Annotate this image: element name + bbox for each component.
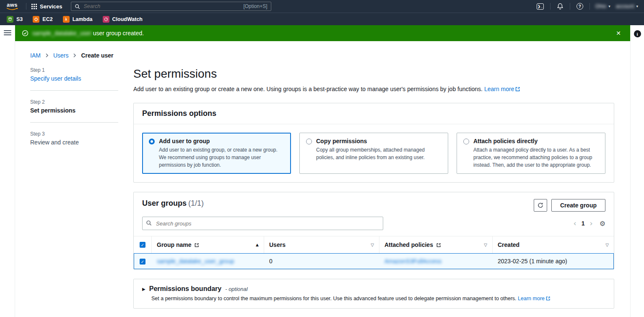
- sort-toggle-icon[interactable]: ▽: [484, 243, 487, 247]
- favorite-s3[interactable]: S3: [7, 16, 23, 23]
- favorites-bar: S3 EC2 λ Lambda CloudWatch: [0, 13, 644, 25]
- column-label: Created: [498, 241, 519, 248]
- table-row[interactable]: ✓ sample_datalake_user_group 0 AmazonS3F…: [134, 253, 614, 269]
- option-card-attach-policies-directly[interactable]: Attach policies directly Attach a manage…: [457, 133, 605, 174]
- s3-icon: [7, 16, 13, 23]
- column-header-attached-policies[interactable]: Attached policies ▽: [379, 236, 492, 253]
- app-frame: sample_datalake_user user group created.…: [0, 25, 644, 317]
- column-header-users[interactable]: Users ▽: [264, 236, 379, 253]
- page-content: IAM Users Create user Step 1 Specify use…: [15, 41, 630, 317]
- permissions-options-title: Permissions options: [142, 109, 216, 118]
- option-description: Copy all group memberships, attached man…: [316, 146, 441, 161]
- success-check-icon: [22, 30, 29, 37]
- nav-divider: [570, 3, 570, 10]
- breadcrumb-iam[interactable]: IAM: [30, 52, 41, 59]
- wizard-steps: Step 1 Specify user details Step 2 Set p…: [30, 67, 118, 317]
- notifications-button[interactable]: [556, 2, 564, 10]
- nav-divider: [26, 3, 26, 10]
- learn-more-link[interactable]: Learn more: [518, 296, 545, 301]
- radio-selected-icon[interactable]: [149, 139, 155, 144]
- optional-label: - optional: [225, 286, 247, 292]
- learn-more-link[interactable]: Learn more: [484, 86, 514, 92]
- services-grid-icon: [31, 4, 37, 9]
- attached-policies-link-redacted[interactable]: AmazonS3FullAccess: [384, 258, 441, 265]
- external-link-icon: [546, 296, 551, 301]
- cloudshell-button[interactable]: ❯_: [536, 2, 545, 10]
- services-menu-button[interactable]: Services: [31, 3, 62, 10]
- option-card-add-user-to-group[interactable]: Add user to group Add user to an existin…: [142, 133, 291, 174]
- external-link-icon: [436, 243, 441, 247]
- cell-group-name: sample_datalake_user_group: [152, 254, 264, 268]
- search-groups-box: [142, 217, 383, 230]
- refresh-button[interactable]: [534, 199, 547, 212]
- flashbar-close-button[interactable]: ✕: [613, 29, 623, 37]
- main-region: sample_datalake_user user group created.…: [15, 25, 630, 317]
- aws-logo[interactable]: aws: [6, 2, 21, 10]
- table-settings-button[interactable]: ⚙: [600, 220, 605, 228]
- step-number: Step 3: [30, 131, 118, 137]
- favorite-cloudwatch[interactable]: CloudWatch: [103, 16, 143, 23]
- global-search-input[interactable]: [83, 3, 241, 10]
- permissions-boundary-toggle[interactable]: ▶ Permissions boundary - optional: [142, 285, 605, 293]
- column-label: Users: [269, 241, 286, 248]
- select-all-checkbox[interactable]: ✓: [140, 242, 145, 248]
- group-name-link-redacted[interactable]: sample_datalake_user_group: [157, 258, 234, 265]
- favorite-label: Lambda: [73, 16, 93, 22]
- region-name-redacted: Ohio: [595, 3, 606, 9]
- breadcrumb-current: Create user: [81, 52, 113, 59]
- search-groups-input[interactable]: [142, 217, 383, 230]
- refresh-icon: [537, 202, 544, 209]
- bell-icon: [557, 3, 564, 10]
- chevron-down-icon: ▾: [608, 4, 610, 8]
- flashbar-message: sample_datalake_user user group created.: [32, 30, 144, 37]
- top-navigation-bar: aws Services [Option+S] ❯_: [0, 0, 644, 13]
- option-title: Add user to group: [159, 138, 284, 144]
- favorite-lambda[interactable]: λ Lambda: [63, 16, 93, 23]
- user-groups-title-text: User groups: [142, 199, 187, 207]
- step-review-and-create: Review and create: [30, 139, 118, 146]
- step-number: Step 2: [30, 99, 118, 105]
- column-header-group-name[interactable]: Group name ▲: [151, 236, 264, 253]
- column-header-created[interactable]: Created ▽: [492, 236, 614, 253]
- favorite-label: S3: [16, 16, 23, 22]
- radio-unselected-icon[interactable]: [463, 139, 469, 144]
- row-checkbox[interactable]: ✓: [140, 259, 145, 265]
- page-description-text: Add user to an existing group or create …: [133, 86, 483, 92]
- sort-toggle-icon[interactable]: ▽: [605, 243, 609, 247]
- open-side-navigation-button[interactable]: [4, 30, 11, 35]
- table-header-row: ✓ Group name ▲ Users ▽: [134, 236, 614, 253]
- step-link-specify-user-details[interactable]: Specify user details: [30, 75, 118, 82]
- page-number[interactable]: 1: [582, 220, 585, 227]
- page-title: Set permissions: [133, 67, 614, 81]
- next-page-button[interactable]: ›: [589, 220, 592, 227]
- cloudshell-icon: ❯_: [537, 3, 544, 10]
- chevron-right-icon: [73, 53, 77, 58]
- help-panel-rail: i: [630, 25, 644, 317]
- cell-users: 0: [264, 254, 379, 268]
- account-menu[interactable]: account ▾: [616, 3, 638, 9]
- user-groups-count: (1/1): [188, 199, 204, 207]
- external-link-icon: [515, 86, 520, 92]
- region-selector[interactable]: Ohio ▾: [595, 3, 610, 9]
- option-card-copy-permissions[interactable]: Copy permissions Copy all group membersh…: [299, 133, 448, 174]
- wizard-step-1: Step 1 Specify user details: [30, 67, 118, 82]
- header-select-all-cell: ✓: [134, 236, 151, 253]
- row-select-cell: ✓: [134, 254, 152, 269]
- global-search-box[interactable]: [Option+S]: [71, 2, 271, 11]
- sort-toggle-icon[interactable]: ▽: [371, 243, 374, 247]
- search-shortcut-hint: [Option+S]: [243, 3, 267, 9]
- help-button[interactable]: ?: [576, 2, 584, 10]
- info-panel-toggle[interactable]: i: [634, 30, 641, 37]
- previous-page-button[interactable]: ‹: [573, 220, 576, 227]
- favorite-ec2[interactable]: EC2: [33, 16, 52, 23]
- favorite-label: EC2: [42, 16, 52, 22]
- expand-icon: ▶: [142, 287, 145, 291]
- create-group-button[interactable]: Create group: [551, 199, 605, 212]
- breadcrumb-users[interactable]: Users: [53, 52, 69, 59]
- radio-unselected-icon[interactable]: [306, 139, 312, 144]
- option-description: Add user to an existing group, or create…: [159, 146, 284, 169]
- sort-ascending-icon[interactable]: ▲: [256, 243, 259, 247]
- side-navigation-rail: [0, 25, 15, 317]
- aws-logo-swoosh: [6, 8, 18, 10]
- step-current-set-permissions: Set permissions: [30, 107, 118, 114]
